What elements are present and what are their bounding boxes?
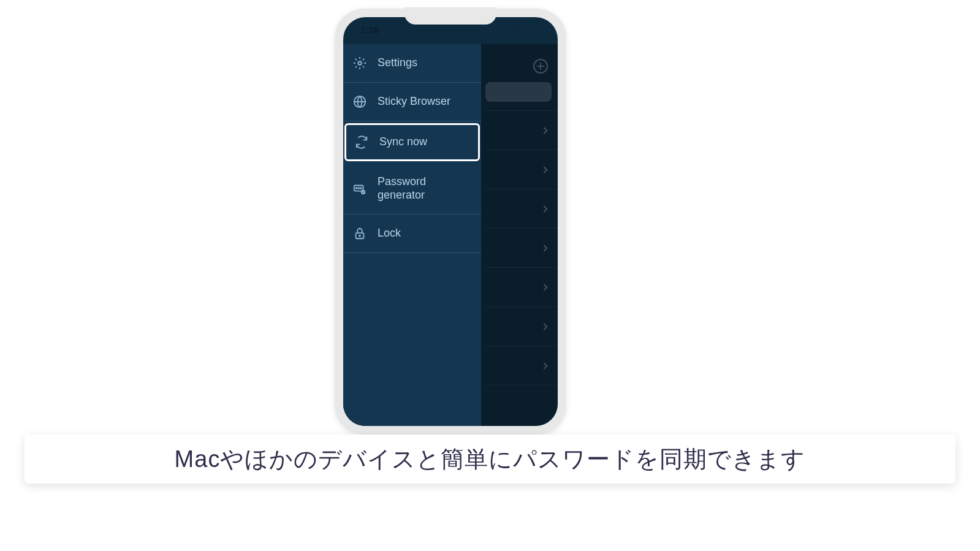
phone-screen: 1:28 — [343, 17, 558, 426]
svg-rect-6 — [543, 28, 544, 29]
sidebar-item-label: Sync now — [379, 135, 469, 149]
svg-point-12 — [360, 188, 362, 189]
list-item[interactable] — [485, 189, 558, 228]
list-item[interactable] — [485, 228, 558, 267]
svg-point-11 — [358, 188, 359, 189]
svg-rect-0 — [512, 29, 514, 31]
svg-point-15 — [359, 235, 360, 237]
svg-rect-5 — [536, 28, 539, 30]
wifi-icon — [523, 25, 533, 32]
sidebar-item-label: Password generator — [378, 175, 471, 202]
phone-notch — [405, 7, 496, 25]
list-item[interactable] — [485, 346, 558, 385]
sidebar-item-label: Lock — [378, 227, 471, 240]
gear-icon — [353, 56, 367, 70]
chevron-right-icon — [541, 166, 547, 173]
sidebar-item-browser[interactable]: Sticky Browser — [343, 83, 481, 121]
add-button[interactable] — [533, 59, 548, 74]
sidebar-item-label: Sticky Browser — [378, 95, 471, 108]
list-item[interactable] — [485, 306, 558, 346]
sidebar-item-password-generator[interactable]: Password generator — [343, 163, 481, 215]
battery-icon — [535, 25, 544, 32]
svg-rect-1 — [514, 28, 516, 32]
sidebar-menu: Settings Sticky Browser Sync now — [343, 44, 481, 426]
background-list — [485, 110, 558, 426]
svg-rect-2 — [517, 27, 518, 32]
main-content: Settings Sticky Browser Sync now — [343, 44, 558, 426]
status-icons — [512, 25, 544, 32]
chevron-right-icon — [541, 245, 547, 251]
chevron-right-icon — [541, 284, 547, 291]
sidebar-item-sync[interactable]: Sync now — [344, 123, 480, 161]
search-input[interactable] — [485, 82, 552, 102]
password-icon — [353, 182, 367, 196]
plus-icon — [537, 63, 544, 70]
sidebar-item-lock[interactable]: Lock — [343, 215, 481, 253]
svg-rect-3 — [520, 26, 522, 32]
list-item[interactable] — [485, 150, 558, 189]
globe-icon — [353, 95, 367, 108]
chevron-right-icon — [541, 127, 547, 134]
caption-banner: Macやほかのデバイスと簡単にパスワードを同期できます — [25, 435, 955, 484]
list-item[interactable] — [485, 385, 558, 424]
chevron-right-icon — [541, 362, 547, 369]
chevron-right-icon — [541, 205, 547, 212]
svg-point-10 — [356, 188, 357, 189]
svg-point-7 — [358, 61, 362, 65]
list-item[interactable] — [485, 110, 558, 150]
signal-icon — [512, 25, 521, 32]
lock-icon — [353, 227, 367, 240]
sync-icon — [355, 135, 368, 149]
caption-text: Macやほかのデバイスと簡単にパスワードを同期できます — [175, 444, 806, 475]
sidebar-item-label: Settings — [378, 56, 471, 70]
phone-device-frame: 1:28 — [335, 9, 566, 435]
list-item[interactable] — [485, 267, 558, 306]
status-time: 1:28 — [360, 25, 379, 35]
chevron-right-icon — [541, 323, 547, 330]
sidebar-item-settings[interactable]: Settings — [343, 44, 481, 83]
